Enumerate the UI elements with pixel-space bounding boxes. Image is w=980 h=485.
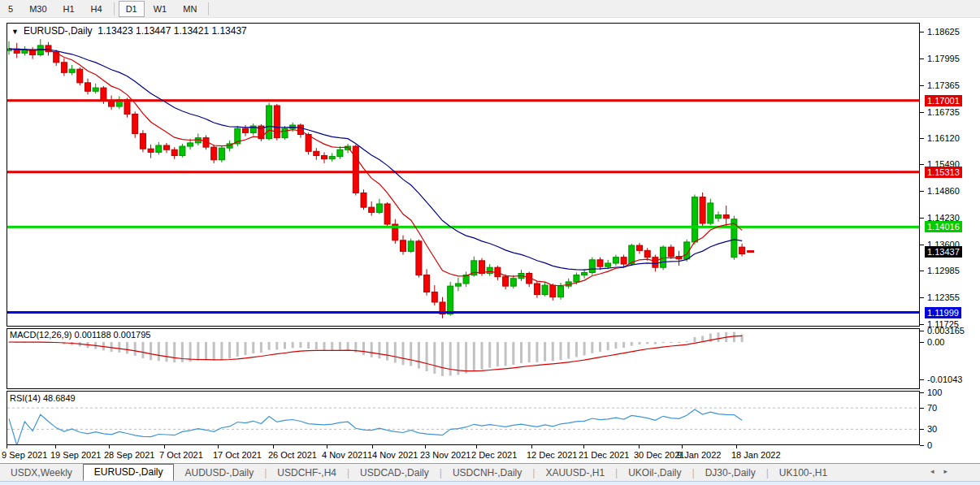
date-tick <box>476 445 477 448</box>
last-price-marker <box>747 250 754 253</box>
price-badge: 1.13437 <box>925 246 962 258</box>
candles <box>7 39 745 318</box>
date-tick <box>682 445 683 448</box>
chart-tab-usdchf-h4[interactable]: USDCHF-,H4 <box>267 466 347 480</box>
price-axis-label: -0.01043 <box>927 375 962 384</box>
chart-tab-uk100-h1[interactable]: UK100-,H1 <box>769 466 838 480</box>
axis-tick <box>920 164 924 165</box>
main-chart-panel[interactable] <box>7 23 920 327</box>
rsi-panel[interactable] <box>7 391 920 445</box>
moving-average-21 <box>9 49 742 270</box>
axis-tick <box>920 191 924 192</box>
macd-signal-line <box>9 336 742 370</box>
date-label: 4 Nov 2021 <box>322 450 367 460</box>
date-label: 7 Oct 2021 <box>159 450 203 460</box>
candlestick-canvas[interactable] <box>7 24 919 326</box>
axis-tick <box>920 245 924 245</box>
chart-tab-dj30-daily[interactable]: DJ30-,Daily <box>695 466 766 480</box>
rsi-canvas <box>7 392 919 444</box>
axis-tick <box>920 297 924 298</box>
tf-button-h1[interactable]: H1 <box>56 1 82 17</box>
date-tick <box>425 445 426 448</box>
price-axis-label: 1.17995 <box>927 54 960 63</box>
date-label: 2 Dec 2021 <box>471 450 517 460</box>
date-tick <box>583 445 584 448</box>
tf-button-h4[interactable]: H4 <box>84 1 110 17</box>
date-axis[interactable]: 9 Sep 202119 Sep 202128 Sep 20217 Oct 20… <box>0 445 980 463</box>
date-tick <box>109 445 110 448</box>
rsi-indicator-label: RSI(14) 48.6849 <box>10 393 76 403</box>
axis-tick <box>920 392 924 393</box>
tf-button-mn[interactable]: MN <box>176 1 204 17</box>
price-badge: 1.15313 <box>925 167 962 178</box>
date-tick <box>531 445 532 448</box>
date-label: 14 Nov 2021 <box>367 450 418 460</box>
date-label: 9 Sep 2021 <box>2 450 47 460</box>
tf-button-5[interactable]: 5 <box>1 1 20 17</box>
window-edge <box>0 481 980 485</box>
axis-tick <box>920 342 924 343</box>
chart-tab-eurusd-daily[interactable]: EURUSD-,Daily <box>83 464 175 481</box>
price-badge: 1.17001 <box>925 95 962 106</box>
chart-tab-usdcnh-daily[interactable]: USDCNH-,Daily <box>442 466 532 480</box>
tab-scroll-right-icon[interactable]: ▸ <box>943 467 957 475</box>
date-tick <box>327 445 327 448</box>
price-axis-label: 1.17365 <box>927 80 960 90</box>
date-label: 21 Dec 2021 <box>579 450 629 460</box>
toolbar-separator <box>208 2 209 15</box>
price-axis-label: 100 <box>927 388 942 397</box>
tab-scroll-arrows[interactable]: ◂▸ <box>930 467 957 475</box>
date-tick <box>736 445 737 448</box>
date-tick <box>7 445 7 448</box>
axis-tick <box>920 112 924 113</box>
price-axis-label: 0.00 <box>927 337 944 347</box>
date-tick <box>372 445 373 448</box>
date-tick <box>273 445 274 448</box>
date-label: 18 Jan 2022 <box>731 450 781 460</box>
price-axis-label: 1.12355 <box>927 292 960 302</box>
date-label: 23 Nov 2021 <box>420 450 470 460</box>
chart-tab-usdx-weekly[interactable]: USDX,Weekly <box>0 466 83 480</box>
date-tick <box>639 445 640 448</box>
chart-tab-ukoil-daily[interactable]: UKOil-,Daily <box>618 466 692 480</box>
toolbar-separator <box>114 2 115 15</box>
tf-button-m30[interactable]: M30 <box>22 1 54 17</box>
chart-tab-xauusd-h1[interactable]: XAUUSD-,H1 <box>535 466 615 480</box>
tf-button-w1[interactable]: W1 <box>146 1 175 17</box>
price-axis-label: 1.12985 <box>927 266 960 275</box>
axis-tick <box>920 32 924 32</box>
price-axis[interactable]: 1.186251.179951.173651.167351.161201.154… <box>920 23 980 463</box>
date-label: 12 Dec 2021 <box>527 450 577 460</box>
price-badge: 1.14016 <box>925 221 962 232</box>
date-label: 28 Sep 2021 <box>104 450 154 460</box>
macd-indicator-label: MACD(12,26,9) 0.001188 0.001795 <box>10 330 150 340</box>
date-tick <box>55 445 56 448</box>
chart-dropdown-icon[interactable]: ▼ <box>11 28 19 36</box>
rsi-line <box>9 409 742 444</box>
chart-title: ▼EURUSD-,Daily 1.13423 1.13447 1.13421 1… <box>11 25 247 37</box>
price-axis-label: 30 <box>927 424 937 434</box>
chart-tab-usdcad-daily[interactable]: USDCAD-,Daily <box>349 466 440 480</box>
quote-ohlc-label: 1.13423 1.13447 1.13421 1.13437 <box>98 25 247 37</box>
chart-tab-audusd-daily[interactable]: AUDUSD-,Daily <box>174 466 264 480</box>
price-badge: 1.11999 <box>925 307 961 318</box>
symbol-period-label: EURUSD-,Daily <box>24 25 93 37</box>
axis-tick <box>920 429 924 430</box>
date-tick <box>164 445 165 448</box>
axis-tick <box>920 85 924 86</box>
axis-tick <box>920 58 924 59</box>
tab-scroll-left-icon[interactable]: ◂ <box>930 467 944 475</box>
date-label: 19 Sep 2021 <box>50 450 101 460</box>
price-axis-label: 70 <box>927 403 937 413</box>
axis-tick <box>920 408 924 409</box>
date-tick <box>218 445 219 448</box>
price-axis-label: 1.14860 <box>927 186 960 196</box>
axis-tick <box>920 218 924 219</box>
timeframe-toolbar: 5M30H1H4D1W1MN <box>0 0 980 18</box>
chart-tab-bar: USDX,WeeklyEURUSD-,DailyAUDUSD-,Daily|US… <box>0 463 980 481</box>
price-axis-label: 1.16120 <box>927 133 960 143</box>
tf-button-d1[interactable]: D1 <box>119 1 145 17</box>
price-axis-label: 1.18625 <box>927 27 960 37</box>
price-axis-label: 1.16735 <box>927 107 960 117</box>
date-label: 17 Oct 2021 <box>213 450 262 460</box>
